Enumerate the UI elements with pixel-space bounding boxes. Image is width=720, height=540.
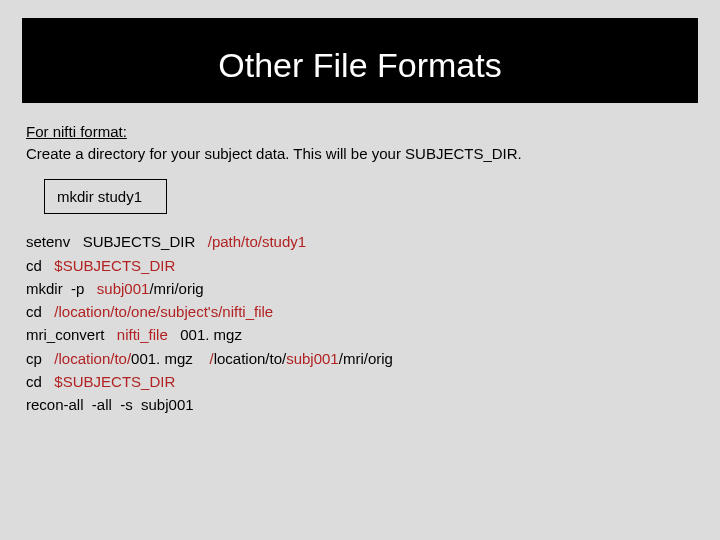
cmd-cd-subjects2: cd $SUBJECTS_DIR	[26, 370, 694, 393]
slide-body: For nifti format: Create a directory for…	[0, 103, 720, 416]
cmd-setenv: setenv SUBJECTS_DIR /path/to/study1	[26, 230, 694, 253]
intro-line: For nifti format:	[26, 121, 694, 143]
cmd-cd-subjects1: cd $SUBJECTS_DIR	[26, 254, 694, 277]
cmd-cd-nifti: cd /location/to/one/subject's/nifti_file	[26, 300, 694, 323]
command-block: setenv SUBJECTS_DIR /path/to/study1 cd $…	[26, 230, 694, 416]
cmd-recon-all: recon-all -all -s subj001	[26, 393, 694, 416]
cmd-mri-convert: mri_convert nifti_file 001. mgz	[26, 323, 694, 346]
intro-label: For nifti format:	[26, 123, 127, 140]
cmd-mkdir-p: mkdir -p subj001/mri/orig	[26, 277, 694, 300]
cmd-cp: cp /location/to/001. mgz /location/to/su…	[26, 347, 694, 370]
mkdir-box: mkdir study1	[44, 179, 167, 215]
intro-desc: Create a directory for your subject data…	[26, 143, 694, 165]
slide-title: Other File Formats	[22, 18, 698, 103]
